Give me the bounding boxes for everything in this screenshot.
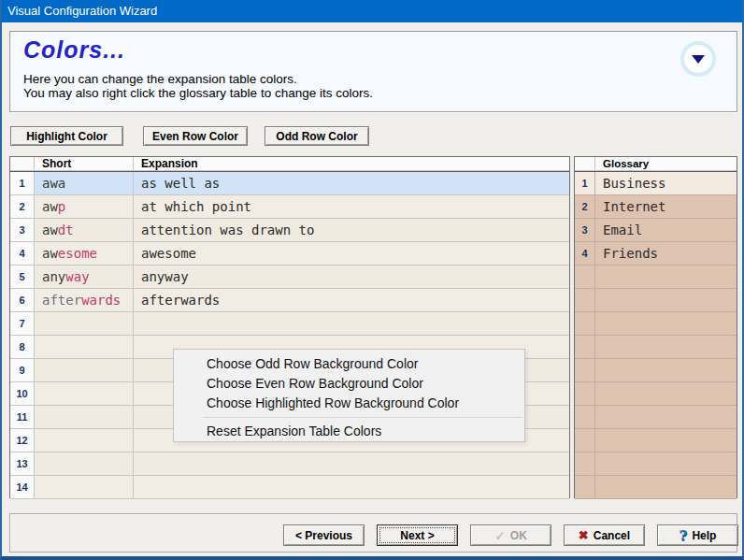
header-description: Here you can change the expansion table …: [23, 72, 373, 100]
short-suffix: way: [65, 269, 89, 284]
row-number-cell: 3: [10, 219, 35, 242]
glossary-table: Glossary 1Business2Internet3Email4Friend…: [574, 156, 737, 498]
cancel-button[interactable]: ✖Cancel: [564, 524, 645, 546]
table-row[interactable]: [575, 359, 737, 382]
short-cell: [35, 429, 134, 452]
table-row[interactable]: 14: [10, 476, 569, 499]
table-row[interactable]: 1awaas well as: [10, 172, 569, 195]
table-row[interactable]: 4Friends: [575, 242, 737, 266]
row-number-cell: [575, 266, 595, 289]
collapse-header-button[interactable]: [684, 45, 712, 73]
row-number-cell: 8: [10, 336, 35, 359]
row-number-cell: 13: [10, 452, 35, 476]
table-row[interactable]: 2Internet: [575, 195, 737, 219]
table-row[interactable]: [575, 382, 737, 406]
short-cell: anyway: [35, 266, 134, 289]
row-number-cell: 9: [10, 359, 35, 382]
glossary-cell: Email: [595, 219, 737, 242]
visual-configuration-wizard-window: Visual Configuration Wizard Colors... He…: [0, 0, 744, 560]
expansion-cell: at which point: [134, 195, 569, 219]
table-row[interactable]: [575, 312, 737, 336]
glossary-cell: [595, 312, 737, 336]
previous-button[interactable]: < Previous: [283, 524, 365, 546]
row-number-cell: 1: [10, 172, 35, 195]
row-number-cell: 6: [10, 289, 35, 312]
row-number-cell: 12: [10, 429, 35, 452]
table-row[interactable]: [575, 406, 737, 429]
row-number-cell: 2: [575, 195, 595, 219]
table-row[interactable]: 13: [10, 452, 569, 476]
expansion-table-header: Short Expansion: [10, 157, 569, 172]
short-cell: [35, 452, 134, 476]
short-cell: awdt: [35, 219, 134, 242]
next-button[interactable]: Next >: [377, 524, 458, 546]
titlebar: Visual Configuration Wizard: [0, 0, 744, 22]
x-icon: ✖: [579, 528, 589, 542]
footer-panel: < PreviousNext >✓OK✖Cancel?Help: [9, 513, 737, 553]
table-row[interactable]: 6afterwardsafterwards: [10, 289, 569, 312]
short-suffix: p: [58, 199, 65, 214]
expansion-cell: awesome: [134, 242, 569, 266]
expansion-cell: anyway: [134, 266, 569, 289]
glossary-cell: Business: [595, 172, 737, 195]
glossary-cell: [595, 336, 737, 359]
page-title: Colors...: [23, 36, 125, 64]
table-row[interactable]: 3awdtattention was drawn to: [10, 219, 569, 242]
short-column-header: Short: [35, 157, 134, 171]
table-row[interactable]: 1Business: [575, 172, 737, 195]
table-row[interactable]: [575, 476, 737, 499]
row-number-cell: [575, 359, 595, 382]
glossary-table-header: Glossary: [575, 157, 737, 172]
short-suffix: wards: [81, 293, 121, 308]
row-number-cell: [575, 382, 595, 406]
table-row[interactable]: 3Email: [575, 219, 737, 242]
expansion-cell: as well as: [134, 172, 569, 195]
glossary-cell: [595, 266, 737, 289]
short-cell: [35, 312, 134, 336]
button-label: Next >: [400, 529, 434, 542]
table-row[interactable]: [575, 289, 737, 312]
window-title: Visual Configuration Wizard: [7, 4, 157, 18]
question-icon: ?: [680, 527, 688, 544]
row-number-cell: [575, 336, 595, 359]
row-number-cell: [575, 452, 595, 476]
row-number-cell: 2: [10, 195, 35, 219]
table-row[interactable]: 2awpat which point: [10, 195, 569, 219]
short-prefix: awa: [42, 176, 65, 191]
table-row[interactable]: 4awesomeawesome: [10, 242, 569, 266]
menu-item-choose-odd-row-background-color[interactable]: Choose Odd Row Background Color: [174, 354, 524, 374]
glossary-cell: Internet: [595, 195, 737, 219]
table-row[interactable]: [575, 336, 737, 359]
table-row[interactable]: 7: [10, 312, 569, 336]
table-row[interactable]: 5anywayanyway: [10, 266, 569, 289]
glossary-cell: [595, 406, 737, 429]
table-row[interactable]: [575, 266, 737, 289]
row-number-cell: 7: [10, 312, 35, 336]
table-row[interactable]: [575, 429, 737, 452]
menu-item-choose-even-row-background-color[interactable]: Choose Even Row Background Color: [174, 374, 524, 394]
highlight-color-button[interactable]: Highlight Color: [10, 126, 123, 146]
help-button[interactable]: ?Help: [657, 524, 738, 546]
row-number-cell: 3: [575, 219, 595, 242]
short-cell: afterwards: [35, 289, 134, 312]
short-cell: [35, 382, 134, 406]
expansion-column-header: Expansion: [134, 157, 569, 171]
header-description-line2: You may also right click the glossary ta…: [23, 86, 373, 100]
glossary-cell: [595, 289, 737, 312]
row-number-cell: 5: [10, 266, 35, 289]
short-cell: awesome: [35, 242, 134, 266]
table-row[interactable]: [575, 452, 737, 476]
even-row-color-button[interactable]: Even Row Color: [143, 126, 248, 146]
odd-row-color-button[interactable]: Odd Row Color: [265, 126, 369, 146]
row-number-cell: 11: [10, 406, 35, 429]
row-number-cell: [575, 312, 595, 336]
menu-item-reset-expansion-table-colors[interactable]: Reset Expansion Table Colors: [174, 422, 524, 441]
row-number-cell: 4: [575, 242, 595, 266]
glossary-cell: [595, 452, 737, 476]
short-prefix: aw: [42, 223, 58, 237]
expansion-cell: [134, 312, 569, 336]
menu-item-choose-highlighted-row-background-color[interactable]: Choose Highlighted Row Background Color: [174, 394, 524, 413]
short-prefix: after: [42, 293, 81, 308]
short-cell: awa: [35, 172, 134, 195]
header-panel: Colors... Here you can change the expans…: [9, 31, 737, 112]
